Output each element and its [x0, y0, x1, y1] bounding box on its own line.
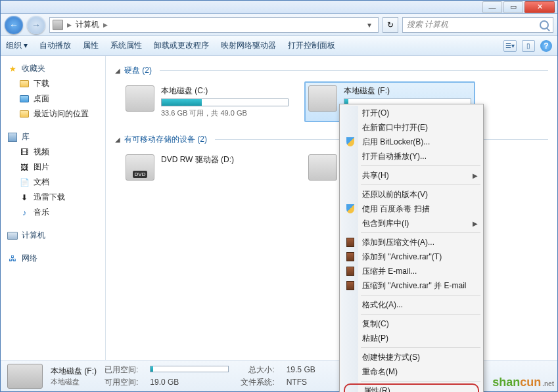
view-options-button[interactable]: ☰▾	[503, 40, 517, 52]
sidebar-item-music[interactable]: ♪音乐	[3, 205, 103, 220]
menu-separator	[361, 347, 480, 348]
context-menu-item[interactable]: 在新窗口中打开(E)	[341, 120, 482, 135]
picture-icon: 🖼	[19, 162, 30, 173]
context-menu-item[interactable]: 格式化(A)...	[341, 297, 482, 312]
preview-pane-button[interactable]: ▯	[522, 40, 535, 52]
folder-icon	[19, 109, 30, 120]
menu-item-label: 格式化(A)...	[362, 299, 403, 311]
free-space-value: 19.0 GB	[150, 378, 229, 387]
network-icon: 🖧	[7, 253, 18, 264]
refresh-button[interactable]: ↻	[383, 17, 398, 33]
group-header-hdd[interactable]: ◢硬盘 (2)	[115, 65, 548, 76]
menu-item-label: 还原以前的版本(V)	[362, 189, 428, 200]
watermark: shancun.net	[492, 376, 554, 389]
menu-item-label: 粘贴(P)	[362, 333, 388, 344]
map-network-drive-button[interactable]: 映射网络驱动器	[221, 40, 276, 51]
context-menu-item[interactable]: 添加到压缩文件(A)...	[341, 235, 482, 250]
menu-item-label: 在新窗口中打开(E)	[362, 122, 428, 133]
chevron-right-icon[interactable]: ▶	[103, 22, 108, 28]
context-menu: 打开(O)在新窗口中打开(E)启用 BitLocker(B)...打开自动播放(…	[339, 104, 484, 392]
address-dropdown[interactable]: ▾	[363, 20, 375, 30]
address-bar[interactable]: ▶ 计算机 ▶ ▾	[49, 17, 379, 33]
total-size-label: 总大小:	[241, 364, 274, 376]
filesystem-value: NTFS	[287, 378, 315, 387]
context-menu-item[interactable]: 属性(R)	[344, 383, 479, 392]
submenu-arrow-icon: ▶	[473, 220, 478, 227]
free-space-label: 可用空间:	[105, 377, 138, 388]
context-menu-item[interactable]: 复制(C)	[341, 316, 482, 331]
menu-separator	[361, 381, 480, 381]
sidebar-computer[interactable]: 计算机	[3, 228, 103, 243]
context-menu-item[interactable]: 还原以前的版本(V)	[341, 187, 482, 202]
shield-icon	[345, 204, 356, 214]
sidebar-item-videos[interactable]: 🎞视频	[3, 144, 103, 160]
menu-item-label: 打开自动播放(Y)...	[362, 151, 427, 162]
title-bar: — ▭ ✕	[1, 1, 557, 14]
drive-label: DVD RW 驱动器 (D:)	[161, 154, 289, 165]
control-panel-button[interactable]: 打开控制面板	[288, 40, 335, 51]
drive-dvd[interactable]: DVD RW 驱动器 (D:)	[122, 150, 292, 189]
dvd-drive-icon	[126, 154, 154, 181]
menu-item-label: 压缩到 "Archive.rar" 并 E-mail	[362, 280, 467, 292]
context-menu-item[interactable]: 创建快捷方式(S)	[341, 350, 482, 364]
sidebar-item-pictures[interactable]: 🖼图片	[3, 160, 103, 175]
context-menu-item[interactable]: 压缩并 E-mail...	[341, 264, 482, 278]
context-menu-item[interactable]: 打开(O)	[341, 106, 482, 120]
rar-icon	[345, 266, 356, 276]
sidebar-item-thunder[interactable]: ⬇迅雷下载	[3, 190, 103, 205]
system-properties-button[interactable]: 系统属性	[110, 40, 142, 51]
total-size-value: 19.5 GB	[287, 365, 315, 374]
search-placeholder: 搜索 计算机	[407, 19, 448, 30]
used-space-label: 已用空间:	[105, 364, 138, 376]
menu-separator	[361, 232, 480, 233]
context-menu-item[interactable]: 压缩到 "Archive.rar" 并 E-mail	[341, 278, 482, 293]
properties-button[interactable]: 属性	[83, 40, 99, 51]
sidebar-item-downloads[interactable]: 下载	[3, 76, 103, 91]
menu-item-label: 使用 百度杀毒 扫描	[362, 204, 430, 215]
content-pane: ◢硬盘 (2) 本地磁盘 (C:) 33.6 GB 可用，共 49.0 GB 本…	[106, 56, 557, 360]
menu-item-label: 包含到库中(I)	[362, 218, 409, 229]
menu-item-label: 属性(R)	[363, 385, 390, 393]
help-button[interactable]: ?	[540, 40, 552, 52]
context-menu-item[interactable]: 启用 BitLocker(B)...	[341, 135, 482, 149]
organize-menu[interactable]: 组织 ▾	[6, 40, 28, 51]
drive-icon	[308, 154, 337, 181]
sidebar-item-documents[interactable]: 📄文档	[3, 175, 103, 190]
menu-item-label: 创建快捷方式(S)	[362, 352, 420, 363]
context-menu-item[interactable]: 添加到 "Archive.rar"(T)	[341, 250, 482, 264]
context-menu-item[interactable]: 粘贴(P)	[341, 331, 482, 345]
back-button[interactable]: ←	[5, 16, 23, 34]
menu-item-label: 启用 BitLocker(B)...	[362, 137, 430, 148]
minimize-button[interactable]: —	[482, 1, 502, 13]
library-icon	[7, 132, 18, 142]
sidebar-item-recent[interactable]: 最近访问的位置	[3, 106, 103, 121]
search-input[interactable]: 搜索 计算机	[402, 17, 553, 33]
breadcrumb-item[interactable]: 计算机	[76, 19, 99, 30]
autoplay-button[interactable]: 自动播放	[39, 40, 71, 51]
context-menu-item[interactable]: 重命名(M)	[341, 364, 482, 379]
sidebar-item-desktop[interactable]: 桌面	[3, 91, 103, 106]
menu-item-label: 打开(O)	[362, 108, 389, 119]
context-menu-item[interactable]: 共享(H)▶	[341, 168, 482, 183]
context-menu-item[interactable]: 包含到库中(I)▶	[341, 216, 482, 230]
video-icon: 🎞	[19, 147, 30, 158]
drive-icon	[7, 364, 43, 389]
music-icon: ♪	[19, 207, 30, 218]
drive-stats: 33.6 GB 可用，共 49.0 GB	[161, 108, 289, 118]
context-menu-item[interactable]: 使用 百度杀毒 扫描	[341, 202, 482, 216]
submenu-arrow-icon: ▶	[473, 172, 478, 179]
drive-c[interactable]: 本地磁盘 (C:) 33.6 GB 可用，共 49.0 GB	[122, 81, 292, 122]
download-icon: ⬇	[19, 192, 30, 203]
space-bar	[161, 98, 289, 106]
filesystem-label: 文件系统:	[241, 377, 274, 388]
desktop-icon	[19, 94, 30, 104]
maximize-button[interactable]: ▭	[503, 1, 523, 13]
context-menu-item[interactable]: 打开自动播放(Y)...	[341, 149, 482, 163]
close-button[interactable]: ✕	[524, 1, 555, 13]
uninstall-button[interactable]: 卸载或更改程序	[154, 40, 209, 51]
sidebar-libraries[interactable]: 库	[3, 129, 103, 144]
sidebar-favorites[interactable]: ★收藏夹	[3, 61, 103, 76]
sidebar-network[interactable]: 🖧网络	[3, 251, 103, 266]
used-space-bar	[150, 366, 229, 372]
forward-button[interactable]: →	[27, 16, 45, 34]
